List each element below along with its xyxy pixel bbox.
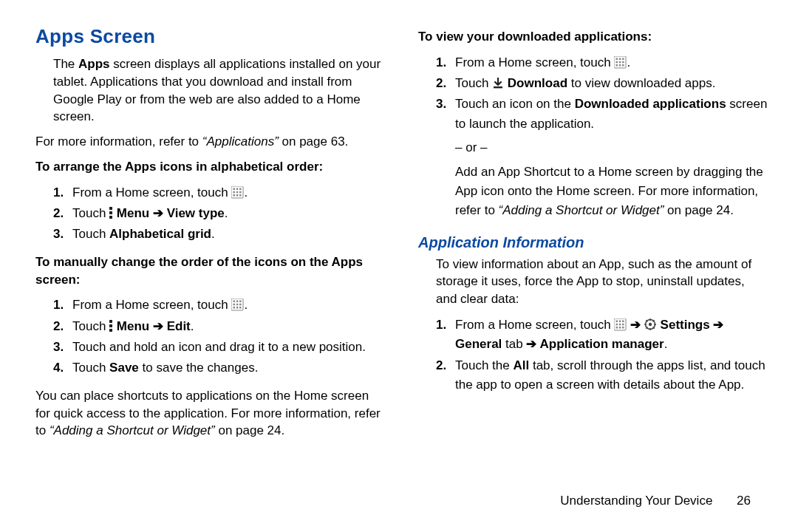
step-number: 4. (53, 358, 64, 378)
text: . (225, 206, 228, 220)
text-bold: Menu (113, 206, 153, 220)
subsection-heading-app-info: Application Information (418, 234, 768, 251)
steps-app-info: 1. From a Home screen, touch ➔ Settings … (418, 316, 768, 395)
arrow-icon: ➔ (153, 319, 163, 333)
text: to view downloaded apps. (567, 76, 715, 90)
text: . (627, 55, 630, 69)
step-number: 3. (436, 95, 446, 114)
left-column: Apps Screen The Apps screen displays all… (35, 25, 402, 517)
text-bold: Settings (657, 318, 714, 332)
step-number: 3. (53, 338, 64, 357)
text-italic: “Adding a Shortcut or Widget” (499, 203, 664, 217)
text-bold: Apps (78, 57, 110, 71)
text-bold: General (455, 337, 502, 351)
arrow-icon: ➔ (526, 337, 536, 351)
step-number: 2. (53, 204, 64, 223)
apps-grid-icon (231, 299, 244, 311)
text-bold: Save (109, 361, 139, 375)
text-bold: Application manager (536, 337, 664, 351)
step: 1. From a Home screen, touch . (35, 183, 386, 202)
right-column: To view your downloaded applications: 1.… (402, 25, 768, 517)
text: From a Home screen, touch (455, 318, 614, 332)
step-number: 1. (436, 316, 446, 335)
crossref-applications: For more information, refer to “Applicat… (35, 133, 386, 151)
text: on page 24. (215, 423, 285, 437)
text: to save the changes. (139, 361, 259, 375)
text: Touch (72, 227, 109, 241)
chapter-title: Understanding Your Device (560, 494, 712, 508)
text: From a Home screen, touch (455, 55, 614, 69)
text-bold: Downloaded applications (575, 97, 726, 111)
crossref-shortcut-widget-left: You can place shortcuts to applications … (35, 387, 386, 440)
text-italic: “Applications” (202, 134, 279, 149)
task-heading-downloaded: To view your downloaded applications: (418, 28, 768, 46)
step: 3. Touch Alphabetical grid. (35, 225, 386, 244)
text-italic: “Adding a Shortcut or Widget” (50, 423, 215, 437)
step-number: 1. (436, 53, 446, 72)
step: 2. Touch Menu ➔ View type. (35, 204, 386, 223)
text: . (244, 185, 248, 200)
page-footer: Understanding Your Device 26 (560, 494, 751, 508)
section-heading-apps-screen: Apps Screen (35, 25, 386, 48)
text: Touch and hold an icon and drag it to a … (72, 340, 366, 354)
text: Touch (72, 361, 109, 375)
text-bold: Menu (113, 319, 153, 333)
step-number: 1. (53, 296, 64, 315)
arrow-icon: ➔ (627, 318, 644, 332)
apps-grid-icon (231, 186, 244, 199)
text: . (211, 227, 215, 241)
text: Touch (72, 319, 109, 333)
steps-alphabetical: 1. From a Home screen, touch . 2. Touch … (35, 183, 386, 245)
task-heading-manual-order: To manually change the order of the icon… (35, 253, 386, 289)
step-number: 2. (436, 74, 446, 93)
text: . (191, 319, 194, 333)
step-number: 2. (53, 317, 64, 336)
text-bold: Edit (163, 319, 191, 333)
download-icon (492, 78, 504, 89)
text: Touch (72, 206, 109, 220)
task-heading-alphabetical: To arrange the Apps icons in alphabetica… (35, 158, 386, 176)
text: From a Home screen, touch (72, 185, 231, 200)
step: 4. Touch Save to save the changes. (35, 358, 386, 378)
text: Touch an icon on the (455, 97, 575, 111)
text: The (53, 57, 78, 71)
alternative-text: Add an App Shortcut to a Home screen by … (455, 163, 768, 221)
step-number: 3. (53, 225, 64, 244)
text: From a Home screen, touch (72, 298, 231, 312)
apps-grid-icon (614, 318, 627, 331)
step-number: 2. (436, 356, 446, 375)
text-bold: Alphabetical grid (109, 227, 211, 241)
text: . (244, 298, 248, 312)
step: 1. From a Home screen, touch ➔ Settings … (418, 316, 768, 355)
intro-paragraph: The Apps screen displays all application… (53, 55, 386, 126)
page-number: 26 (737, 494, 751, 508)
or-separator: – or – (455, 138, 768, 157)
steps-manual-order: 1. From a Home screen, touch . 2. Touch … (35, 296, 386, 378)
text-bold: All (513, 358, 529, 372)
text: on page 63. (279, 134, 349, 149)
step: 2. Touch Download to view downloaded app… (418, 74, 768, 93)
apps-grid-icon (614, 56, 627, 69)
arrow-icon: ➔ (153, 206, 163, 220)
text: For more information, refer to (35, 134, 202, 149)
app-info-intro: To view information about an App, such a… (436, 256, 768, 308)
step: 3. Touch an icon on the Downloaded appli… (418, 95, 768, 220)
arrow-icon: ➔ (713, 318, 723, 332)
text: on page 24. (664, 203, 734, 217)
step: 2. Touch the All tab, scroll through the… (418, 356, 768, 395)
step: 2. Touch Menu ➔ Edit. (35, 317, 386, 336)
step: 3. Touch and hold an icon and drag it to… (35, 338, 386, 357)
text-bold: View type (163, 206, 225, 220)
manual-page: Apps Screen The Apps screen displays all… (0, 0, 798, 532)
text: tab (502, 337, 526, 351)
text: Touch (455, 76, 492, 90)
step: 1. From a Home screen, touch . (35, 296, 386, 315)
text: . (664, 337, 668, 351)
step-number: 1. (53, 183, 64, 202)
steps-downloaded: 1. From a Home screen, touch . 2. Touch … (418, 53, 768, 221)
step: 1. From a Home screen, touch . (418, 53, 768, 72)
settings-icon (644, 318, 657, 331)
text: Touch the (455, 358, 513, 372)
text-bold: Download (504, 76, 567, 90)
